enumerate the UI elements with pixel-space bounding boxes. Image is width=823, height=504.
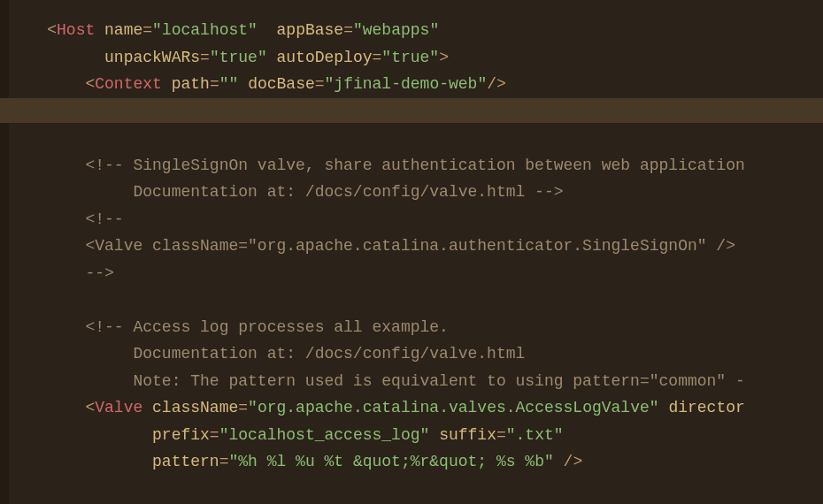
token-str: "true" <box>210 49 267 66</box>
token-cmt: <Valve className="org.apache.catalina.au… <box>85 237 735 255</box>
token-eq: = <box>200 49 210 66</box>
code-line[interactable]: <!-- <box>9 206 823 233</box>
code-line[interactable] <box>9 98 823 126</box>
token-p <box>238 75 248 93</box>
token-attr: autoDeploy <box>277 49 373 66</box>
token-br: < <box>47 21 57 39</box>
token-p <box>85 453 152 470</box>
editor-gutter <box>0 0 9 504</box>
token-p <box>162 75 172 93</box>
token-attr: name <box>104 21 142 39</box>
code-line[interactable]: unpackWARs="true" autoDeploy="true"> <box>9 44 823 72</box>
code-line[interactable]: <!-- Access log processes all example. <box>9 314 823 341</box>
token-eq: = <box>496 426 506 444</box>
token-str: "%h %l %u %t &quot;%r&quot; %s %b" <box>228 453 553 470</box>
token-p <box>659 399 669 416</box>
token-eq: = <box>142 21 152 39</box>
token-br: > <box>496 75 506 93</box>
token-attr: docBase <box>248 75 315 93</box>
code-line[interactable]: Note: The pattern used is equivalent to … <box>9 368 823 395</box>
code-line[interactable]: prefix="localhost_access_log" suffix=".t… <box>9 422 823 449</box>
token-cmt: <!-- SingleSignOn valve, share authentic… <box>85 157 744 174</box>
token-cmt: Documentation at: /docs/config/valve.htm… <box>85 183 563 201</box>
token-eq: = <box>219 453 229 470</box>
token-p <box>258 21 277 39</box>
token-attr: unpackWARs <box>104 49 200 66</box>
token-eq: = <box>373 49 382 66</box>
token-str: "jfinal-demo-web" <box>325 75 488 93</box>
token-tag: Context <box>95 75 162 93</box>
code-line[interactable] <box>9 125 823 152</box>
token-p <box>95 21 104 39</box>
token-attr: suffix <box>439 426 496 444</box>
token-str: "webapps" <box>353 21 439 39</box>
token-cmt: Documentation at: /docs/config/valve.htm… <box>85 345 525 363</box>
token-str: "" <box>219 75 239 93</box>
token-br: < <box>85 399 95 416</box>
token-cmt: <!-- Access log processes all example. <box>85 318 448 336</box>
token-attr: pattern <box>152 453 219 470</box>
code-line[interactable] <box>9 286 823 314</box>
code-line[interactable]: <Valve className="org.apache.catalina.au… <box>9 233 823 260</box>
token-attr: prefix <box>152 426 210 444</box>
token-br: > <box>573 453 582 470</box>
code-line[interactable]: <Context path="" docBase="jfinal-demo-we… <box>9 71 823 98</box>
token-tag: Valve <box>95 399 142 416</box>
code-content[interactable]: <Host name="localhost" appBase="webapps"… <box>9 17 823 504</box>
token-p <box>47 49 104 66</box>
token-str: "org.apache.catalina.valves.AccessLogVal… <box>248 399 658 416</box>
token-p <box>142 399 152 416</box>
token-p <box>554 453 564 470</box>
token-br: > <box>439 49 449 66</box>
token-eq: = <box>210 75 219 93</box>
code-line[interactable]: <Valve className="org.apache.catalina.va… <box>9 394 823 422</box>
code-line[interactable]: <!-- SingleSignOn valve, share authentic… <box>9 152 823 179</box>
token-cmt: <!-- <box>85 210 123 228</box>
token-eq: = <box>238 399 248 416</box>
code-line[interactable]: pattern="%h %l %u %t &quot;%r&quot; %s %… <box>9 448 823 476</box>
token-p <box>429 426 439 444</box>
token-p <box>85 426 152 444</box>
token-eq: = <box>343 21 353 39</box>
code-line[interactable]: Documentation at: /docs/config/valve.htm… <box>9 340 823 368</box>
token-str: "true" <box>381 49 439 66</box>
token-eq: = <box>210 426 219 444</box>
token-str: "localhost_access_log" <box>219 426 430 444</box>
token-str: ".txt" <box>506 426 564 444</box>
token-attr: appBase <box>277 21 344 39</box>
token-p <box>267 49 277 66</box>
token-br: < <box>85 75 95 93</box>
token-eq: = <box>315 75 325 93</box>
code-line[interactable]: --> <box>9 260 823 287</box>
token-sl: / <box>487 75 496 93</box>
token-sl: / <box>564 453 573 470</box>
code-editor[interactable]: <Host name="localhost" appBase="webapps"… <box>0 0 823 504</box>
code-line[interactable]: <Host name="localhost" appBase="webapps" <box>9 17 823 44</box>
token-cmt: --> <box>85 264 113 282</box>
code-line[interactable] <box>9 476 823 503</box>
token-str: "localhost" <box>152 21 258 39</box>
token-cmt: Note: The pattern used is equivalent to … <box>85 372 744 390</box>
token-attr: className <box>152 399 238 416</box>
token-attr: director <box>668 399 744 416</box>
code-line[interactable]: Documentation at: /docs/config/valve.htm… <box>9 179 823 206</box>
token-attr: path <box>172 75 210 93</box>
token-tag: Host <box>57 21 95 39</box>
